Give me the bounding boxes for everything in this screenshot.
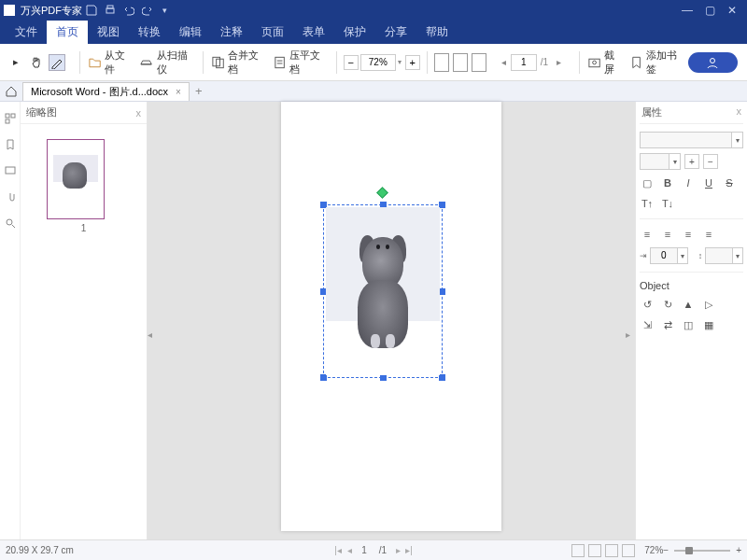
rotate-handle[interactable] <box>376 187 388 199</box>
font-decrease-button[interactable]: − <box>703 154 718 169</box>
align-center-button[interactable]: ≡ <box>660 227 675 242</box>
resize-handle-br[interactable] <box>439 374 445 381</box>
align-right-button[interactable]: ≡ <box>681 227 696 242</box>
from-file-button[interactable]: 从文件 <box>88 49 134 77</box>
document-page[interactable] <box>281 102 501 531</box>
menu-file[interactable]: 文件 <box>6 21 47 44</box>
menu-help[interactable]: 帮助 <box>416 21 458 44</box>
resize-handle-bm[interactable] <box>380 374 387 381</box>
status-next-page[interactable]: ▸ <box>392 545 403 555</box>
document-tab[interactable]: Microsoft Word - 图片.d...docx × <box>22 82 190 101</box>
select-tool-icon[interactable]: ▸ <box>7 54 24 71</box>
font-increase-button[interactable]: + <box>684 154 699 169</box>
font-size-select[interactable] <box>640 153 669 170</box>
collapse-right-icon[interactable]: ▸ <box>626 321 635 349</box>
opacity-button[interactable]: ▦ <box>701 317 716 332</box>
menu-home[interactable]: 首页 <box>47 21 88 44</box>
fit-page-icon[interactable] <box>453 53 468 72</box>
color-swatch-icon[interactable]: ▢ <box>640 175 655 190</box>
rotate-left-button[interactable]: ↺ <box>640 297 655 312</box>
fit-width-icon[interactable] <box>434 53 449 72</box>
menu-form[interactable]: 表单 <box>293 21 334 44</box>
align-left-button[interactable]: ≡ <box>640 227 655 242</box>
menu-view[interactable]: 视图 <box>88 21 129 44</box>
indent-dropdown-icon[interactable]: ▾ <box>678 247 688 264</box>
subscript-button[interactable]: T↓ <box>660 196 675 211</box>
close-button[interactable]: ✕ <box>721 0 743 21</box>
new-tab-button[interactable]: + <box>195 84 203 98</box>
status-prev-page[interactable]: ◂ <box>344 545 355 555</box>
zoom-dropdown-icon[interactable]: ▾ <box>398 58 402 66</box>
properties-close[interactable]: x <box>737 105 742 119</box>
menu-convert[interactable]: 转换 <box>129 21 170 44</box>
from-scanner-button[interactable]: 从扫描仪 <box>139 49 195 77</box>
font-family-dropdown-icon[interactable]: ▾ <box>732 132 743 148</box>
align-justify-button[interactable]: ≡ <box>701 227 716 242</box>
tab-close-icon[interactable]: × <box>176 87 181 97</box>
collapse-left-icon[interactable]: ◂ <box>148 321 157 349</box>
menu-comment[interactable]: 注释 <box>211 21 252 44</box>
flip-horizontal-button[interactable]: ▷ <box>701 297 716 312</box>
qat-undo-icon[interactable] <box>122 4 135 17</box>
compress-button[interactable]: 压平文档 <box>273 49 329 77</box>
page-input[interactable]: 1 <box>511 54 537 71</box>
resize-handle-bl[interactable] <box>320 374 327 381</box>
font-size-dropdown-icon[interactable]: ▾ <box>669 153 681 170</box>
qat-redo-icon[interactable] <box>141 4 154 17</box>
line-spacing-value[interactable] <box>705 247 733 264</box>
view-single-icon[interactable] <box>571 544 585 557</box>
crop-button[interactable]: ◫ <box>681 317 696 332</box>
comments-icon[interactable] <box>3 163 18 178</box>
status-last-page[interactable]: ▸| <box>403 545 415 555</box>
status-first-page[interactable]: |◂ <box>332 545 344 555</box>
maximize-button[interactable]: ▢ <box>698 0 721 21</box>
zoom-slider[interactable] <box>674 550 730 552</box>
user-account-button[interactable] <box>688 52 738 73</box>
actual-size-icon[interactable] <box>472 53 486 72</box>
qat-print-icon[interactable] <box>104 4 117 17</box>
menu-protect[interactable]: 保护 <box>334 21 375 44</box>
menu-edit[interactable]: 编辑 <box>170 21 211 44</box>
superscript-button[interactable]: T↑ <box>640 196 655 211</box>
bold-button[interactable]: B <box>660 175 675 190</box>
zoom-out-button[interactable]: − <box>344 55 359 70</box>
replace-image-button[interactable]: ⇄ <box>660 317 675 332</box>
underline-button[interactable]: U <box>701 175 716 190</box>
zoom-value[interactable]: 72% <box>360 54 396 71</box>
bookmarks-icon[interactable] <box>3 137 18 152</box>
qat-save-icon[interactable] <box>85 4 98 17</box>
line-spacing-dropdown-icon[interactable]: ▾ <box>733 247 743 264</box>
resize-handle-tr[interactable] <box>439 202 445 208</box>
status-zoom-out[interactable]: − <box>663 545 669 555</box>
image-selection[interactable] <box>323 204 443 378</box>
menu-share[interactable]: 分享 <box>375 21 416 44</box>
extract-image-button[interactable]: ⇲ <box>640 317 655 332</box>
prev-page-button[interactable]: ◂ <box>498 57 511 67</box>
zoom-in-button[interactable]: + <box>405 55 420 70</box>
page-thumbnail[interactable] <box>47 139 105 219</box>
attachments-icon[interactable] <box>3 189 18 204</box>
status-zoom-in[interactable]: + <box>736 545 741 555</box>
view-continuous-facing-icon[interactable] <box>622 544 635 557</box>
hand-tool-icon[interactable] <box>28 54 45 71</box>
next-page-button[interactable]: ▸ <box>552 57 565 67</box>
qat-more-icon[interactable]: ▾ <box>162 6 167 15</box>
rotate-right-button[interactable]: ↻ <box>660 297 675 312</box>
resize-handle-mr[interactable] <box>439 288 445 295</box>
thumbnail-panel-close[interactable]: x <box>136 107 142 119</box>
merge-button[interactable]: 合并文档 <box>211 49 267 77</box>
minimize-button[interactable]: — <box>676 0 698 21</box>
status-page-current[interactable]: 1 <box>355 545 374 555</box>
indent-value[interactable]: 0 <box>650 247 678 264</box>
search-icon[interactable] <box>3 216 18 231</box>
menu-page[interactable]: 页面 <box>252 21 293 44</box>
flip-vertical-button[interactable]: ▲ <box>681 297 696 312</box>
font-family-select[interactable] <box>640 132 732 148</box>
italic-button[interactable]: I <box>681 175 696 190</box>
view-continuous-icon[interactable] <box>588 544 601 557</box>
canvas-area[interactable]: ◂ ▸ <box>148 102 635 539</box>
strikethrough-button[interactable]: S <box>722 175 737 190</box>
view-facing-icon[interactable] <box>605 544 618 557</box>
bookmark-button[interactable]: 添加书签 <box>629 49 685 77</box>
home-tab-icon[interactable] <box>4 84 19 99</box>
